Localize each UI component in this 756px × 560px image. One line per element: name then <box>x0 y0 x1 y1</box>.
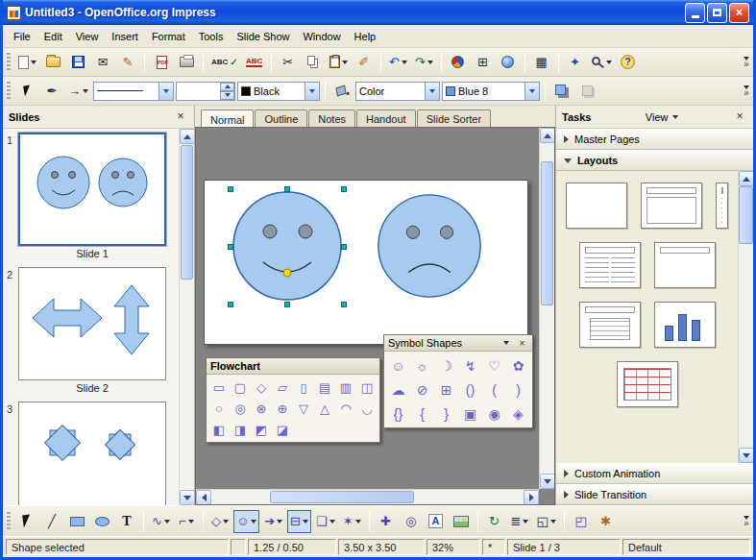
symbol-shape-button[interactable]: ◉ <box>482 402 506 426</box>
shadow-style-button[interactable] <box>575 80 598 103</box>
combo-dropdown-button[interactable] <box>524 83 539 100</box>
line-style-combo[interactable] <box>93 82 174 101</box>
flowchart-button[interactable]: ⊟ <box>287 510 311 533</box>
export-pdf-button[interactable]: PDF <box>150 51 173 74</box>
symbol-palette-titlebar[interactable]: Symbol Shapes × <box>384 335 532 352</box>
flowchart-shape-button[interactable]: ◇ <box>251 377 272 398</box>
scroll-track[interactable] <box>540 306 554 474</box>
resize-handle[interactable] <box>228 186 233 192</box>
flowchart-shape-button[interactable]: ◡ <box>356 398 378 419</box>
navigator-button[interactable]: ✦ <box>564 51 587 74</box>
resize-handle[interactable] <box>341 244 347 250</box>
slide-2-thumbnail[interactable] <box>18 267 166 380</box>
symbol-shape-button[interactable]: ↯ <box>458 353 482 377</box>
width-down-button[interactable] <box>220 91 234 100</box>
symbol-shape-button[interactable]: {} <box>386 402 410 426</box>
line-button[interactable]: ╱ <box>40 510 63 533</box>
flowchart-shape-button[interactable]: ◧ <box>208 419 230 440</box>
scroll-right-button[interactable] <box>524 490 539 505</box>
email-button[interactable]: ✉ <box>91 51 114 74</box>
tasks-view-button[interactable]: View <box>642 110 682 125</box>
connector-button[interactable]: ⌐ <box>175 510 198 533</box>
scroll-down-button[interactable] <box>739 448 753 463</box>
fill-color-combo[interactable]: Blue 8 <box>442 82 540 101</box>
interaction-button[interactable]: ✱ <box>595 510 618 533</box>
resize-handle[interactable] <box>284 302 290 307</box>
flowchart-shape-button[interactable]: ◎ <box>230 398 251 419</box>
hyperlink-button[interactable] <box>497 51 520 74</box>
section-master-pages[interactable]: Master Pages <box>556 129 753 150</box>
resize-handle[interactable] <box>341 302 347 307</box>
menu-item[interactable]: Window <box>296 27 347 46</box>
symbol-shapes-button[interactable]: ☺ <box>233 510 259 533</box>
fill-style-combo[interactable]: Color <box>355 82 440 101</box>
flowchart-shape-button[interactable]: ▭ <box>208 377 230 398</box>
layout-thumb[interactable] <box>654 242 716 288</box>
undo-button[interactable]: ↶ <box>386 51 410 74</box>
display-grid-button[interactable]: ▦ <box>530 51 553 74</box>
menu-item[interactable]: Tools <box>192 27 231 46</box>
flowchart-shape-button[interactable]: ◫ <box>356 377 378 398</box>
flowchart-shape-button[interactable]: ▤ <box>314 377 335 398</box>
copy-button[interactable] <box>302 51 325 74</box>
layout-thumb[interactable] <box>641 183 702 229</box>
scrollbar-thumb[interactable] <box>541 161 553 305</box>
scroll-left-button[interactable] <box>196 490 211 505</box>
scrollbar-thumb[interactable] <box>181 145 193 280</box>
edit-file-button[interactable]: ✎ <box>116 51 139 74</box>
section-custom-animation[interactable]: Custom Animation <box>556 463 753 484</box>
symbol-shape-button[interactable]: ♡ <box>482 353 506 377</box>
frowny-shape[interactable] <box>376 192 485 302</box>
flowchart-shape-button[interactable]: ▯ <box>293 377 314 398</box>
palette-close-button[interactable]: × <box>516 337 528 350</box>
symbol-shape-button[interactable]: } <box>434 402 458 426</box>
extrusion-button[interactable]: ◰ <box>570 510 593 533</box>
selected-smiley-shape[interactable] <box>228 186 347 307</box>
slides-scrollbar[interactable] <box>179 129 194 505</box>
autospellcheck-button[interactable]: ABC <box>243 51 266 74</box>
help-button[interactable]: ? <box>617 51 640 74</box>
workspace[interactable]: Flowchart ▭▢◇▱▯▤▥◫○◎⊗⊕▽△◠◡◧◨◩◪ Symbol Sh… <box>195 127 555 505</box>
symbol-shape-button[interactable]: ☽ <box>434 353 458 377</box>
toolbar-grip[interactable] <box>7 82 11 101</box>
zoom-level[interactable]: 32% <box>427 539 480 555</box>
toolbar-grip[interactable] <box>7 53 11 72</box>
line-width-spinner[interactable] <box>176 82 235 101</box>
resize-handle[interactable] <box>228 244 233 250</box>
symbol-shape-button[interactable]: ☁ <box>386 377 410 402</box>
minimize-button[interactable] <box>685 3 705 23</box>
scrollbar-thumb[interactable] <box>270 491 414 503</box>
edit-points-button[interactable]: ✚ <box>375 510 398 533</box>
flowchart-shape-button[interactable]: ◩ <box>251 419 272 440</box>
redo-button[interactable]: ↷ <box>412 51 436 74</box>
arrange-button[interactable]: ◱ <box>533 510 558 533</box>
layout-thumb[interactable] <box>566 183 627 229</box>
menu-item[interactable]: Edit <box>37 27 69 46</box>
resize-handle[interactable] <box>284 186 290 192</box>
width-up-button[interactable] <box>220 83 234 91</box>
new-document-button[interactable] <box>15 51 39 74</box>
scroll-down-button[interactable] <box>540 474 555 489</box>
flowchart-shape-button[interactable]: △ <box>314 398 335 419</box>
symbol-shape-button[interactable]: ◈ <box>506 402 530 426</box>
toolbar-overflow-button[interactable]: » <box>744 85 749 97</box>
symbol-shape-button[interactable]: ) <box>506 377 530 402</box>
flowchart-shape-button[interactable]: ▢ <box>230 377 251 398</box>
maximize-button[interactable] <box>707 3 727 23</box>
scroll-track[interactable] <box>211 490 269 504</box>
scroll-track[interactable] <box>415 490 524 504</box>
stars-button[interactable]: ✶ <box>340 510 364 533</box>
page-style[interactable]: Default <box>622 539 750 555</box>
callouts-button[interactable]: ❑ <box>313 510 338 533</box>
text-button[interactable]: T <box>115 510 138 533</box>
palette-menu-button[interactable] <box>500 337 512 350</box>
menu-item[interactable]: Help <box>348 27 383 46</box>
rectangle-button[interactable] <box>65 510 88 533</box>
select-button[interactable] <box>15 510 38 533</box>
menu-item[interactable]: Format <box>145 27 192 46</box>
layout-thumb[interactable] <box>579 242 641 288</box>
zoom-button[interactable] <box>589 51 615 74</box>
scroll-down-button[interactable] <box>180 490 194 505</box>
symbol-shape-button[interactable]: ⊞ <box>434 377 458 402</box>
symbol-shape-button[interactable]: ✿ <box>506 353 530 377</box>
